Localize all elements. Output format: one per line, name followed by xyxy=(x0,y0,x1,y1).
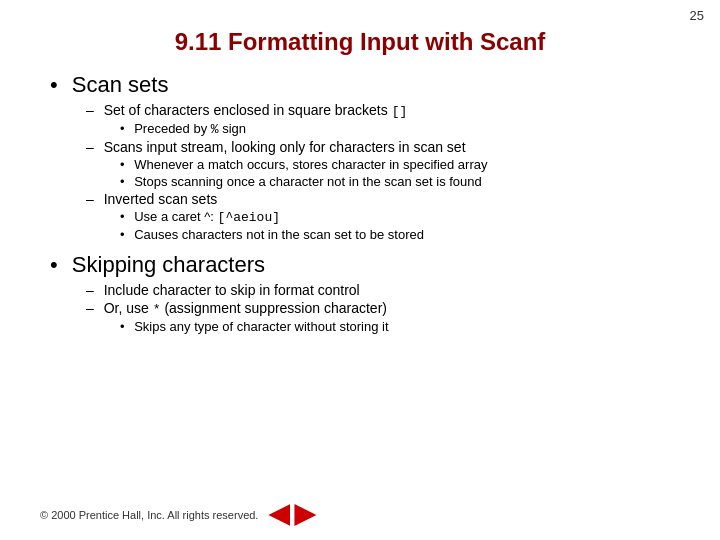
skipping-label: Skipping characters xyxy=(72,252,265,277)
inverted-scan-sets-heading: Inverted scan sets xyxy=(86,191,680,207)
section-scan-sets-heading: Scan sets xyxy=(50,72,680,98)
skipping-sub2-sub1: Skips any type of character without stor… xyxy=(120,319,680,334)
footer: © 2000 Prentice Hall, Inc. All rights re… xyxy=(40,504,316,526)
slide-title: 9.11 Formatting Input with Scanf xyxy=(40,28,680,56)
percent-code: % xyxy=(211,122,219,137)
slide-number: 25 xyxy=(690,8,704,23)
slide: 25 9.11 Formatting Input with Scanf Scan… xyxy=(0,0,720,540)
scan-sets-label: Scan sets xyxy=(72,72,169,97)
prev-button[interactable] xyxy=(268,504,290,526)
scan-sets-sub2: Scans input stream, looking only for cha… xyxy=(86,139,680,155)
bracket-code: [] xyxy=(392,104,408,119)
scan-sets-sub2-sub1: Whenever a match occurs, stores characte… xyxy=(120,157,680,172)
nav-buttons xyxy=(268,504,316,526)
inverted-sub2: Causes characters not in the scan set to… xyxy=(120,227,680,242)
scan-sets-sub1-sub1: Preceded by % sign xyxy=(120,121,680,137)
section-skipping-heading: Skipping characters xyxy=(50,252,680,278)
copyright-text: © 2000 Prentice Hall, Inc. All rights re… xyxy=(40,509,258,521)
inverted-sub1: Use a caret ^: [^aeiou] xyxy=(120,209,680,225)
skipping-sub1: Include character to skip in format cont… xyxy=(86,282,680,298)
scan-sets-sub1: Set of characters enclosed in square bra… xyxy=(86,102,680,119)
caret-code: [^aeiou] xyxy=(218,210,280,225)
skipping-sub2: Or, use * (assignment suppression charac… xyxy=(86,300,680,317)
star-code: * xyxy=(153,302,161,317)
scan-sets-sub2-sub2: Stops scanning once a character not in t… xyxy=(120,174,680,189)
next-button[interactable] xyxy=(294,504,316,526)
